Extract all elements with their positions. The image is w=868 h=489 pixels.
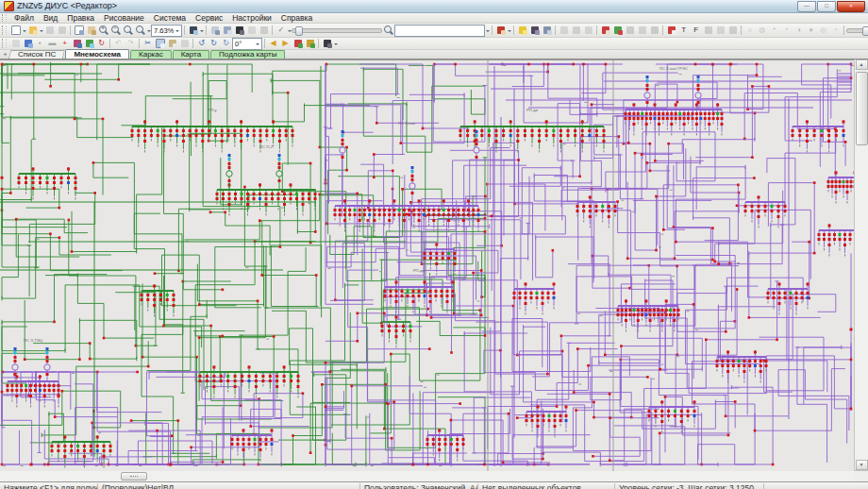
monitor-button[interactable] (187, 25, 199, 36)
rotate-ccw-button[interactable]: ↺ (195, 38, 208, 49)
scroll-down-button[interactable]: ▼ (856, 460, 868, 470)
report-2-button[interactable] (636, 25, 648, 36)
horizontal-scrollbar[interactable] (0, 471, 854, 481)
find-binoculars-button-dropdown[interactable] (333, 38, 338, 49)
close-button[interactable]: × (837, 1, 865, 12)
burst-2-button[interactable]: * (780, 25, 793, 36)
text-t-button[interactable]: Т (677, 25, 690, 36)
monitor-button-dropdown[interactable] (199, 25, 204, 36)
zoom-in-button[interactable]: + (97, 25, 109, 36)
info-button[interactable]: ● (805, 25, 817, 36)
tab-2[interactable]: Мнемосхема (65, 49, 129, 59)
rotate-cw-button[interactable]: ↻ (208, 38, 220, 49)
save-all-button[interactable] (56, 25, 68, 36)
tab-5[interactable]: Подложка карты (210, 50, 285, 59)
paste-button[interactable] (166, 38, 178, 49)
call-button[interactable] (582, 25, 594, 36)
overlay-map-button[interactable] (304, 38, 316, 49)
menu-6[interactable]: Сервис (191, 13, 227, 23)
tab-4[interactable]: Карта (173, 50, 209, 59)
table-3-button[interactable] (726, 25, 739, 36)
overlay-alarm-button[interactable] (292, 38, 304, 49)
line-mode-button[interactable]: ▬ (46, 38, 58, 49)
contrast-button[interactable]: ◑ (793, 25, 805, 36)
shield-button[interactable] (233, 25, 245, 36)
open-button[interactable] (26, 25, 39, 36)
library-button[interactable] (245, 25, 258, 36)
text-f-button[interactable]: F (690, 25, 702, 36)
schematic-canvas[interactable]: РП-уРП-двПС П-2ПС З-наяПС Х-кая ГРЭСРП-д… (0, 59, 854, 470)
filter-check-button[interactable]: ✓ (275, 25, 287, 36)
probe-pen-button-dropdown[interactable] (507, 25, 511, 36)
menu-1[interactable]: Файл (9, 13, 39, 23)
menu-4[interactable]: Рисование (99, 13, 149, 23)
scale-slider[interactable] (846, 25, 868, 36)
copy-button[interactable] (154, 38, 166, 49)
scroll-up-button[interactable]: ▲ (856, 59, 868, 70)
detail-slider[interactable] (292, 25, 382, 36)
nav-back-button[interactable]: ◀ (267, 38, 279, 49)
wheel-button[interactable]: ◍ (756, 25, 768, 36)
map-state-button[interactable] (611, 25, 624, 36)
toolbar-grip[interactable] (2, 25, 7, 35)
menu-8[interactable]: Справка (276, 13, 317, 23)
free-rotate-button[interactable]: ↻ (220, 38, 232, 49)
menu-5[interactable]: Система (149, 13, 191, 23)
maximize-button[interactable]: □ (817, 1, 836, 12)
globe-button[interactable]: ◎ (817, 25, 829, 36)
undo-button[interactable]: ↶ (112, 38, 125, 49)
report-3-button[interactable] (648, 25, 660, 36)
edit-mode-button[interactable] (558, 25, 570, 36)
journal-button[interactable] (209, 25, 221, 36)
grid-color-button[interactable] (22, 38, 34, 49)
find-binoculars-button[interactable] (321, 38, 333, 49)
pan-hand-button[interactable] (85, 25, 97, 36)
table-2-button[interactable] (714, 25, 726, 36)
zoom-level-combo[interactable]: 7.63% (151, 25, 182, 37)
select-region-button[interactable] (541, 25, 553, 36)
menu-7[interactable]: Настройки (227, 13, 276, 23)
horizontal-scroll-thumb[interactable] (121, 472, 147, 481)
cut-button[interactable]: ✂ (142, 38, 154, 49)
nav-forward-button[interactable]: ▶ (279, 38, 292, 49)
zoom-window-button[interactable] (122, 25, 134, 36)
contrast-2-button[interactable]: ◔ (829, 25, 842, 36)
vertical-scroll-thumb[interactable] (856, 72, 868, 145)
burst-1-button[interactable]: * (768, 25, 780, 36)
probe-pen-button[interactable] (494, 25, 507, 36)
paste-special-button[interactable] (178, 38, 191, 49)
inspect-button[interactable] (258, 25, 270, 36)
fill-color-button[interactable] (71, 38, 83, 49)
save-button[interactable] (43, 25, 56, 36)
table-1-button[interactable] (702, 25, 714, 36)
grid-button[interactable] (9, 38, 22, 49)
refresh-button[interactable]: ↻ (95, 38, 108, 49)
map-alarm-button[interactable] (599, 25, 611, 36)
tab-1[interactable]: Список ПС (8, 50, 66, 59)
search-input-dropdown[interactable] (485, 25, 490, 36)
report-1-button[interactable] (624, 25, 636, 36)
menu-grip[interactable] (2, 14, 7, 22)
menu-3[interactable]: Правка (62, 13, 99, 23)
zoom-extent-button[interactable] (134, 25, 146, 36)
menu-2[interactable]: Вид (39, 13, 62, 23)
print-preview-button[interactable] (73, 25, 85, 36)
zoom-out-button[interactable]: − (109, 25, 122, 36)
vertical-scrollbar[interactable]: ▲ ▼ (854, 59, 868, 470)
ring-button[interactable]: ○ (743, 25, 756, 36)
layers-button[interactable] (528, 25, 541, 36)
document-props-button[interactable] (221, 25, 233, 36)
minimize-button[interactable]: — (797, 1, 816, 12)
search-icon[interactable] (382, 25, 394, 36)
search-input[interactable] (394, 25, 485, 37)
measure-button[interactable] (570, 25, 582, 36)
new-document-button[interactable] (9, 25, 22, 36)
redo-button[interactable]: ↷ (125, 38, 137, 49)
angle-combo[interactable]: 0° (232, 38, 262, 50)
doc-alarm-button[interactable] (665, 25, 677, 36)
marker-button[interactable] (516, 25, 528, 36)
add-node-button[interactable]: + (58, 38, 71, 49)
toolbar-grip[interactable] (2, 39, 7, 48)
group-button[interactable] (83, 38, 95, 49)
point-mode-button[interactable]: ▪ (34, 38, 46, 49)
